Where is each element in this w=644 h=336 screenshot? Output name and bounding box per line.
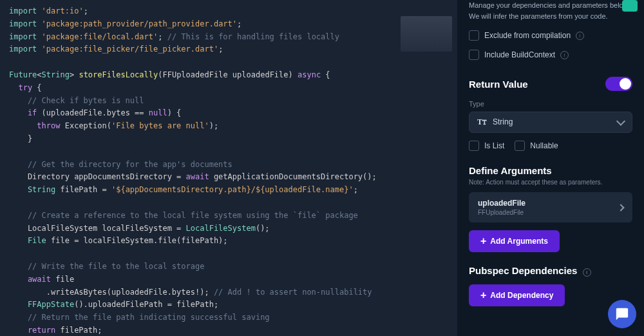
checkbox-icon[interactable] xyxy=(469,50,479,60)
type-select[interactable]: Tᴛ String xyxy=(469,112,632,133)
type-value: String xyxy=(493,117,513,126)
info-icon[interactable]: i xyxy=(560,51,569,59)
info-icon[interactable]: i xyxy=(583,268,591,277)
exclude-compilation-row[interactable]: Exclude from compilation i xyxy=(469,30,632,41)
return-value-title: Return Value xyxy=(469,79,528,90)
argument-card[interactable]: uploadedFile FFUploadedFile xyxy=(469,192,632,222)
plus-icon: + xyxy=(480,237,486,245)
plus-icon: + xyxy=(480,292,486,299)
return-value-toggle[interactable] xyxy=(605,77,632,91)
action-button[interactable] xyxy=(622,0,638,12)
include-buildcontext-row[interactable]: Include BuildContext i xyxy=(469,50,632,60)
checkbox-icon[interactable] xyxy=(469,141,479,151)
add-arguments-button[interactable]: + Add Arguments xyxy=(469,230,560,252)
include-label: Include BuildContext xyxy=(484,50,555,59)
argument-type: FFUploadedFile xyxy=(478,209,526,216)
info-icon[interactable]: i xyxy=(576,32,584,40)
chevron-down-icon xyxy=(616,116,625,125)
exclude-label: Exclude from compilation xyxy=(484,31,571,40)
chat-icon xyxy=(615,307,629,321)
minimap[interactable] xyxy=(401,16,452,52)
islist-row[interactable]: Is List xyxy=(469,141,504,151)
type-label: Type xyxy=(469,100,632,108)
text-type-icon: Tᴛ xyxy=(477,117,487,126)
add-dependency-button[interactable]: + Add Dependency xyxy=(469,284,565,306)
code-editor[interactable]: import 'dart:io'; import 'package:path_p… xyxy=(0,0,457,336)
argument-name: uploadedFile xyxy=(478,199,526,208)
chat-fab[interactable] xyxy=(608,300,636,328)
chevron-right-icon xyxy=(617,204,624,211)
pubspec-title: Pubspec Dependencies i xyxy=(469,265,591,277)
checkbox-icon[interactable] xyxy=(469,30,479,41)
define-arguments-title: Define Arguments xyxy=(469,165,552,176)
nullable-row[interactable]: Nullable xyxy=(515,141,558,151)
define-arguments-note: Note: Action must accept these as parame… xyxy=(469,179,632,186)
description-text: Manage your dependencies and parameters … xyxy=(469,0,632,21)
settings-sidebar: Manage your dependencies and parameters … xyxy=(457,0,644,336)
checkbox-icon[interactable] xyxy=(515,141,525,151)
